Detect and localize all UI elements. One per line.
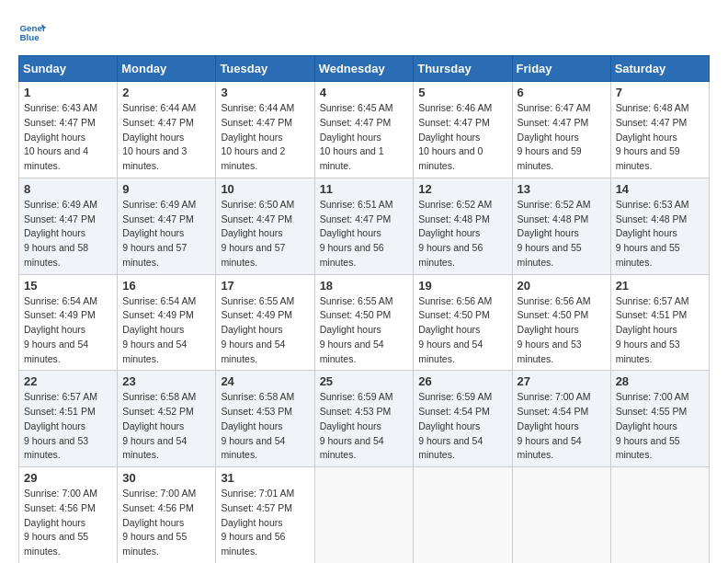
day-info: Sunrise: 7:00 AMSunset: 4:54 PMDaylight … <box>518 390 606 463</box>
day-number: 14 <box>616 182 704 196</box>
calendar-cell: 16Sunrise: 6:54 AMSunset: 4:49 PMDayligh… <box>118 274 216 371</box>
day-info: Sunrise: 7:00 AMSunset: 4:56 PMDaylight … <box>24 487 112 559</box>
day-info: Sunrise: 6:55 AMSunset: 4:50 PMDaylight … <box>320 294 409 367</box>
day-number: 6 <box>518 86 606 99</box>
day-info: Sunrise: 6:52 AMSunset: 4:48 PMDaylight … <box>418 198 506 270</box>
calendar-cell: 3Sunrise: 6:44 AMSunset: 4:47 PMDaylight… <box>216 82 314 178</box>
day-info: Sunrise: 6:52 AMSunset: 4:48 PMDaylight … <box>518 198 606 270</box>
day-number: 26 <box>418 374 506 388</box>
page-container: General Blue SundayMondayTuesdayWednesda… <box>18 18 710 563</box>
calendar-cell: 29Sunrise: 7:00 AMSunset: 4:56 PMDayligh… <box>19 467 118 564</box>
calendar-cell: 23Sunrise: 6:58 AMSunset: 4:52 PMDayligh… <box>118 371 216 467</box>
day-info: Sunrise: 6:58 AMSunset: 4:53 PMDaylight … <box>221 390 309 463</box>
day-number: 19 <box>418 279 506 293</box>
calendar-cell: 10Sunrise: 6:50 AMSunset: 4:47 PMDayligh… <box>216 178 314 274</box>
day-info: Sunrise: 6:54 AMSunset: 4:49 PMDaylight … <box>24 294 112 367</box>
day-number: 29 <box>24 471 112 485</box>
day-info: Sunrise: 6:49 AMSunset: 4:47 PMDaylight … <box>24 198 112 270</box>
calendar-cell: 7Sunrise: 6:48 AMSunset: 4:47 PMDaylight… <box>610 82 709 178</box>
day-number: 16 <box>122 279 210 293</box>
calendar-cell: 9Sunrise: 6:49 AMSunset: 4:47 PMDaylight… <box>118 178 216 274</box>
calendar-cell: 24Sunrise: 6:58 AMSunset: 4:53 PMDayligh… <box>216 371 314 467</box>
calendar-cell: 5Sunrise: 6:46 AMSunset: 4:47 PMDaylight… <box>414 82 512 178</box>
day-info: Sunrise: 6:43 AMSunset: 4:47 PMDaylight … <box>24 101 112 174</box>
day-info: Sunrise: 6:48 AMSunset: 4:47 PMDaylight … <box>616 101 704 174</box>
calendar-cell: 18Sunrise: 6:55 AMSunset: 4:50 PMDayligh… <box>314 274 414 371</box>
day-info: Sunrise: 6:46 AMSunset: 4:47 PMDaylight … <box>418 101 506 174</box>
calendar-cell: 6Sunrise: 6:47 AMSunset: 4:47 PMDaylight… <box>512 82 610 178</box>
day-number: 12 <box>418 182 506 196</box>
day-number: 18 <box>320 279 409 293</box>
day-number: 31 <box>221 471 309 485</box>
calendar-cell: 28Sunrise: 7:00 AMSunset: 4:55 PMDayligh… <box>610 371 709 467</box>
header: General Blue <box>18 18 710 46</box>
day-number: 2 <box>122 86 210 99</box>
day-number: 1 <box>24 86 112 99</box>
day-number: 8 <box>24 182 112 196</box>
day-info: Sunrise: 6:44 AMSunset: 4:47 PMDaylight … <box>122 101 210 174</box>
calendar-cell: 11Sunrise: 6:51 AMSunset: 4:47 PMDayligh… <box>314 178 414 274</box>
day-info: Sunrise: 6:57 AMSunset: 4:51 PMDaylight … <box>24 390 112 463</box>
calendar-cell: 30Sunrise: 7:00 AMSunset: 4:56 PMDayligh… <box>118 467 216 564</box>
day-number: 25 <box>320 374 409 388</box>
day-info: Sunrise: 7:00 AMSunset: 4:55 PMDaylight … <box>616 390 704 463</box>
day-info: Sunrise: 6:51 AMSunset: 4:47 PMDaylight … <box>320 198 409 270</box>
day-number: 23 <box>122 374 210 388</box>
day-info: Sunrise: 6:55 AMSunset: 4:49 PMDaylight … <box>221 294 309 367</box>
calendar-cell: 17Sunrise: 6:55 AMSunset: 4:49 PMDayligh… <box>216 274 314 371</box>
calendar-cell: 8Sunrise: 6:49 AMSunset: 4:47 PMDaylight… <box>19 178 118 274</box>
calendar-cell: 1Sunrise: 6:43 AMSunset: 4:47 PMDaylight… <box>19 82 118 178</box>
day-number: 4 <box>320 86 409 99</box>
weekday-header-tuesday: Tuesday <box>216 56 314 82</box>
day-info: Sunrise: 6:56 AMSunset: 4:50 PMDaylight … <box>418 294 506 367</box>
weekday-header-sunday: Sunday <box>19 56 118 82</box>
day-info: Sunrise: 6:59 AMSunset: 4:54 PMDaylight … <box>418 390 506 463</box>
day-number: 22 <box>24 374 112 388</box>
weekday-header-saturday: Saturday <box>610 56 709 82</box>
day-number: 15 <box>24 279 112 293</box>
weekday-header-thursday: Thursday <box>414 56 512 82</box>
calendar-cell <box>314 467 414 564</box>
day-info: Sunrise: 6:59 AMSunset: 4:53 PMDaylight … <box>320 390 409 463</box>
day-info: Sunrise: 6:56 AMSunset: 4:50 PMDaylight … <box>518 294 606 367</box>
day-info: Sunrise: 6:47 AMSunset: 4:47 PMDaylight … <box>518 101 606 174</box>
day-number: 7 <box>616 86 704 99</box>
calendar-cell: 12Sunrise: 6:52 AMSunset: 4:48 PMDayligh… <box>414 178 512 274</box>
logo: General Blue <box>18 18 46 46</box>
day-info: Sunrise: 6:49 AMSunset: 4:47 PMDaylight … <box>122 198 210 270</box>
day-info: Sunrise: 7:00 AMSunset: 4:56 PMDaylight … <box>122 487 210 559</box>
calendar-cell: 2Sunrise: 6:44 AMSunset: 4:47 PMDaylight… <box>118 82 216 178</box>
day-number: 3 <box>221 86 309 99</box>
calendar-cell <box>512 467 610 564</box>
calendar-table: SundayMondayTuesdayWednesdayThursdayFrid… <box>18 55 710 563</box>
calendar-cell: 31Sunrise: 7:01 AMSunset: 4:57 PMDayligh… <box>216 467 314 564</box>
day-number: 17 <box>221 279 309 293</box>
calendar-cell: 27Sunrise: 7:00 AMSunset: 4:54 PMDayligh… <box>512 371 610 467</box>
calendar-cell: 20Sunrise: 6:56 AMSunset: 4:50 PMDayligh… <box>512 274 610 371</box>
calendar-cell: 25Sunrise: 6:59 AMSunset: 4:53 PMDayligh… <box>314 371 414 467</box>
calendar-cell <box>610 467 709 564</box>
day-info: Sunrise: 6:44 AMSunset: 4:47 PMDaylight … <box>221 101 309 174</box>
logo-icon: General Blue <box>18 18 46 46</box>
calendar-cell: 26Sunrise: 6:59 AMSunset: 4:54 PMDayligh… <box>414 371 512 467</box>
calendar-cell: 13Sunrise: 6:52 AMSunset: 4:48 PMDayligh… <box>512 178 610 274</box>
calendar-cell: 21Sunrise: 6:57 AMSunset: 4:51 PMDayligh… <box>610 274 709 371</box>
day-info: Sunrise: 6:45 AMSunset: 4:47 PMDaylight … <box>320 101 409 174</box>
day-number: 30 <box>122 471 210 485</box>
day-number: 5 <box>418 86 506 99</box>
weekday-header-monday: Monday <box>118 56 216 82</box>
day-info: Sunrise: 6:58 AMSunset: 4:52 PMDaylight … <box>122 390 210 463</box>
day-number: 24 <box>221 374 309 388</box>
day-number: 27 <box>518 374 606 388</box>
calendar-cell: 15Sunrise: 6:54 AMSunset: 4:49 PMDayligh… <box>19 274 118 371</box>
calendar-cell: 19Sunrise: 6:56 AMSunset: 4:50 PMDayligh… <box>414 274 512 371</box>
day-number: 13 <box>518 182 606 196</box>
day-info: Sunrise: 6:54 AMSunset: 4:49 PMDaylight … <box>122 294 210 367</box>
day-number: 11 <box>320 182 409 196</box>
day-number: 21 <box>616 279 704 293</box>
weekday-header-wednesday: Wednesday <box>314 56 414 82</box>
day-number: 9 <box>122 182 210 196</box>
calendar-cell <box>414 467 512 564</box>
calendar-cell: 22Sunrise: 6:57 AMSunset: 4:51 PMDayligh… <box>19 371 118 467</box>
weekday-header-friday: Friday <box>512 56 610 82</box>
